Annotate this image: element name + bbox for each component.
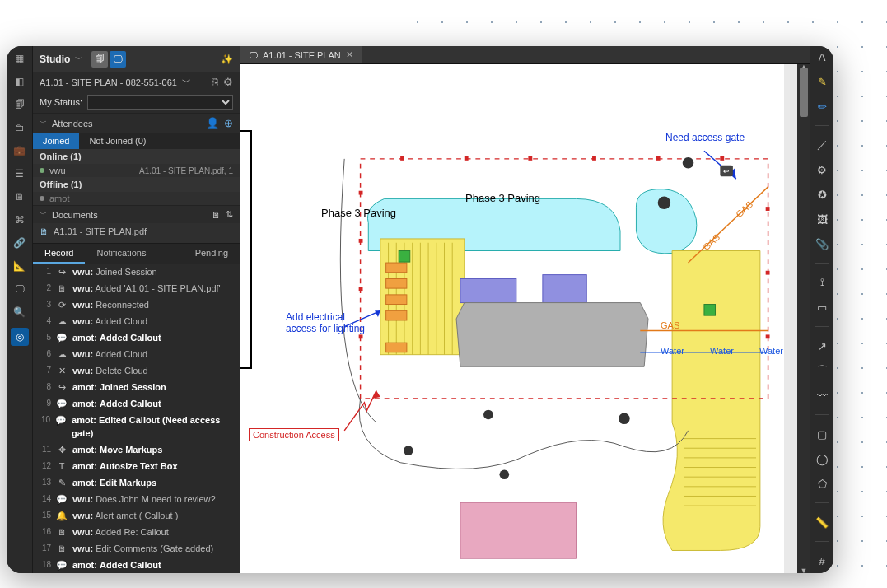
chevron-down-icon[interactable]: ﹀ (75, 54, 83, 65)
record-type-icon: 💬 (56, 397, 68, 410)
search-icon[interactable]: 🔍 (12, 305, 27, 320)
pen-tool-icon[interactable]: ✎ (815, 74, 829, 89)
line-tool-icon[interactable]: ／ (815, 138, 829, 152)
ruler-icon[interactable]: 📐 (12, 259, 27, 273)
wand-icon[interactable]: ✨ (221, 54, 233, 65)
record-row[interactable]: 7✕vwu: Delete Cloud (33, 362, 240, 379)
document-tab[interactable]: 🖵 A1.01 - SITE PLAN ✕ (240, 46, 362, 63)
add-attendee-icon[interactable]: ⊕ (224, 117, 233, 129)
sort-icon[interactable]: ⇅ (226, 209, 233, 220)
record-row[interactable]: 12Tamot: Autosize Text Box (33, 458, 240, 474)
record-row[interactable]: 3⟳vwu: Reconnected (33, 296, 240, 313)
scroll-thumb[interactable] (800, 68, 808, 117)
record-list[interactable]: 1↪vwu: Joined Session2🗎vwu: Added 'A1.01… (33, 264, 240, 573)
measure-tool-icon[interactable]: 📏 (815, 515, 829, 530)
record-row[interactable]: 17🗎vwu: Edit Comments (Gate added) (33, 540, 240, 557)
annotation-need-access-gate[interactable]: Need access gate (665, 132, 745, 143)
folder-icon[interactable]: 🗀 (12, 120, 27, 135)
record-text: Edit Markups (100, 478, 156, 488)
record-user: amot: (72, 333, 97, 343)
polyline-tool-icon[interactable]: 〰 (815, 388, 829, 403)
session-projects-icon[interactable]: 🗐 (91, 51, 108, 68)
record-row[interactable]: 2🗎vwu: Added 'A1.01 - SITE PLAN.pdf' (33, 280, 240, 296)
attendees-header[interactable]: ﹀ Attendees 👤 ⊕ (33, 113, 240, 133)
studio-header: Studio ﹀ 🗐 🖵 ✨ (33, 46, 240, 72)
crop-tool-icon[interactable]: ⟟ (815, 275, 829, 290)
tab-notifications[interactable]: Notifications (85, 244, 157, 264)
vertical-scrollbar[interactable]: ▲ ▼ (797, 64, 810, 573)
polygon-tool-icon[interactable]: ⬠ (815, 476, 829, 491)
svg-text:↩: ↩ (723, 167, 730, 175)
doc-icon[interactable]: 🗎 (12, 189, 27, 204)
record-row[interactable]: 1↪vwu: Joined Session (33, 264, 240, 280)
svg-marker-44 (372, 390, 380, 399)
tab-not-joined[interactable]: Not Joined (0) (79, 133, 156, 149)
count-tool-icon[interactable]: # (815, 553, 829, 568)
record-type-icon: ↪ (56, 265, 68, 278)
chevron-down-icon[interactable]: ﹀ (182, 76, 191, 88)
grid-icon[interactable]: ▦ (12, 51, 27, 66)
add-document-icon[interactable]: 🗎 (212, 210, 221, 220)
document-canvas-wrap: ↩ Need access gate Phase 3 Paving Phase … (240, 64, 810, 573)
tab-pending[interactable]: Pending (184, 244, 240, 264)
record-row[interactable]: 9💬amot: Added Callout (33, 395, 240, 412)
tray-icon[interactable]: ⌘ (12, 212, 27, 227)
record-row[interactable]: 5💬amot: Added Callout (33, 329, 240, 346)
attendee-row[interactable]: amot (33, 192, 240, 205)
briefcase-icon[interactable]: 💼 (12, 143, 27, 158)
link-icon[interactable]: 🔗 (12, 236, 27, 250)
record-row[interactable]: 15🔔vwu: Alert amot ( Callout ) (33, 507, 240, 524)
follow-attendee-icon[interactable]: 👤 (206, 117, 219, 129)
image-tool-icon[interactable]: 🖼 (815, 212, 829, 226)
close-icon[interactable]: ✕ (346, 49, 353, 60)
pdf-icon: 🗎 (40, 226, 49, 236)
annotation-electrical[interactable]: Add electrical access for lighting (286, 311, 368, 334)
record-user: vwu: (72, 300, 93, 310)
record-row[interactable]: 18💬amot: Added Callout (33, 557, 240, 573)
panel-icon[interactable]: ◧ (12, 74, 27, 89)
studio-icon[interactable]: ◎ (11, 328, 29, 346)
record-row[interactable]: 8↪amot: Joined Session (33, 379, 240, 395)
tab-record[interactable]: Record (33, 244, 85, 264)
status-select[interactable] (87, 95, 233, 110)
record-index: 12 (40, 460, 51, 473)
clipboard-icon[interactable]: 🗐 (12, 97, 27, 112)
text-tool-icon[interactable]: A (815, 49, 829, 64)
layers-icon[interactable]: ☰ (12, 166, 27, 181)
record-user: amot: (72, 560, 97, 570)
attendee-row[interactable]: vwu A1.01 - SITE PLAN.pdf, 1 (33, 164, 240, 177)
plan-title-row[interactable]: A1.01 - SITE PLAN - 082-551-061 ﹀ ⎘ ⚙ (33, 72, 240, 91)
document-row[interactable]: 🗎 A1.01 - SITE PLAN.pdf (33, 223, 240, 240)
stamp-tool-icon[interactable]: ✪ (815, 187, 829, 202)
attendee-name: vwu (49, 166, 66, 175)
documents-header[interactable]: ﹀ Documents 🗎 ⇅ (33, 205, 240, 223)
settings-gear-icon[interactable]: ⚙ (815, 162, 829, 177)
scroll-down-icon[interactable]: ▼ (797, 567, 810, 573)
attendees-label: Attendees (52, 119, 93, 128)
record-type-icon: ✎ (56, 476, 68, 489)
monitor-icon[interactable]: 🖵 (12, 282, 27, 296)
plan-title: A1.01 - SITE PLAN - 082-551-061 (40, 77, 177, 87)
highlighter-tool-icon[interactable]: ✏ (815, 99, 829, 114)
settings-sliders-icon[interactable]: ⚙ (223, 76, 233, 88)
record-row[interactable]: 10💬amot: Edited Callout (Need access gat… (33, 412, 240, 441)
online-heading: Online (1) (33, 149, 240, 164)
tab-joined[interactable]: Joined (33, 133, 79, 149)
annotation-construction-access[interactable]: Construction Access (249, 428, 339, 441)
record-user: vwu: (72, 366, 93, 376)
session-active-icon[interactable]: 🖵 (110, 51, 126, 68)
record-row[interactable]: 6☁vwu: Added Cloud (33, 346, 240, 362)
shape-rect-icon[interactable]: ▭ (815, 300, 829, 315)
record-row[interactable]: 13✎amot: Edit Markups (33, 474, 240, 491)
rectangle-tool-icon[interactable]: ▢ (815, 427, 829, 441)
leave-session-icon[interactable]: ⎘ (212, 76, 218, 88)
arc-tool-icon[interactable]: ⌒ (815, 363, 829, 378)
record-row[interactable]: 16🗎vwu: Added Re: Callout (33, 524, 240, 540)
attach-tool-icon[interactable]: 📎 (815, 236, 829, 251)
record-row[interactable]: 14💬vwu: Does John M need to review? (33, 491, 240, 507)
ellipse-tool-icon[interactable]: ◯ (815, 451, 829, 466)
record-row[interactable]: 11✥amot: Move Markups (33, 441, 240, 458)
document-canvas[interactable]: ↩ Need access gate Phase 3 Paving Phase … (240, 64, 784, 573)
record-row[interactable]: 4☁vwu: Added Cloud (33, 313, 240, 329)
arrow-tool-icon[interactable]: ↗ (815, 338, 829, 353)
